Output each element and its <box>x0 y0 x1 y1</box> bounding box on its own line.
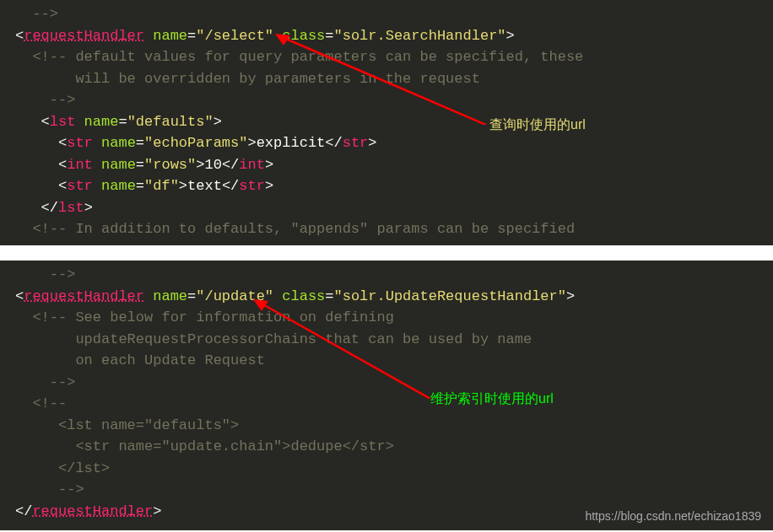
code-line: --> <box>0 264 773 286</box>
code-line: <str name="df">text</str> <box>0 175 773 197</box>
code-line: <requestHandler name="/update" class="so… <box>0 286 773 308</box>
comment-text: --> <box>15 481 84 497</box>
code-line: <lst name="defaults"> <box>0 415 773 437</box>
code-line: will be overridden by parameters in the … <box>0 68 773 90</box>
code-line: <int name="rows">10</int> <box>0 154 773 176</box>
code-line: <!-- default values for query parameters… <box>0 46 773 68</box>
code-line: <str name="update.chain">dedupe</str> <box>0 436 773 458</box>
code-panel-select: --> <requestHandler name="/select" class… <box>0 0 773 245</box>
comment-text: --> <box>15 374 75 390</box>
comment-text: on each Update Request <box>15 352 265 368</box>
comment-text: will be overridden by parameters in the … <box>15 71 480 87</box>
code-line: <!-- In addition to defaults, "appends" … <box>0 218 773 240</box>
code-line: <lst name="defaults"> <box>0 111 773 133</box>
tag-requestHandler: requestHandler <box>24 288 144 304</box>
code-line: <!-- <box>0 393 773 415</box>
attr-class-value: "solr.SearchHandler" <box>334 28 506 44</box>
code-line: updateRequestProcessorChains that can be… <box>0 329 773 351</box>
tag-lst: lst <box>50 114 76 130</box>
comment-text: --> <box>15 92 75 108</box>
comment-text: --> <box>15 6 58 22</box>
code-line: <requestHandler name="/select" class="so… <box>0 25 773 47</box>
code-line: --> <box>0 3 773 25</box>
tag-int: int <box>67 157 93 173</box>
tag-lst-close: lst <box>58 200 84 216</box>
code-line: <str name="echoParams">explicit</str> <box>0 132 773 154</box>
annotation-label: 维护索引时使用的url <box>430 389 554 409</box>
comment-text: <str name="update.chain">dedupe</str> <box>15 438 394 454</box>
comment-text: updateRequestProcessorChains that can be… <box>15 331 532 347</box>
code-line: --> <box>0 479 773 501</box>
attr-name-value: "/update" <box>196 288 273 304</box>
tag-str: str <box>67 178 93 194</box>
comment-text: <!-- See below for information on defini… <box>15 309 394 325</box>
comment-text: <!-- In addition to defaults, "appends" … <box>15 221 575 237</box>
annotation-label: 查询时使用的url <box>489 115 586 135</box>
attr-name-value: "/select" <box>196 28 273 44</box>
code-line: </lst> <box>0 197 773 219</box>
code-panel-update: --> <requestHandler name="/update" class… <box>0 261 773 530</box>
tag-requestHandler: requestHandler <box>24 28 144 44</box>
comment-text: --> <box>15 266 75 282</box>
tag-requestHandler-close: requestHandler <box>32 503 153 519</box>
code-line: --> <box>0 89 773 111</box>
comment-text: <lst name="defaults"> <box>15 417 239 433</box>
comment-text: </lst> <box>15 460 110 476</box>
code-line: on each Update Request <box>0 350 773 372</box>
code-line: </lst> <box>0 458 773 480</box>
attr-class-value: "solr.UpdateRequestHandler" <box>334 288 566 304</box>
code-line: <!-- See below for information on defini… <box>0 307 773 329</box>
watermark-text: https://blog.csdn.net/echizao1839 <box>585 508 761 525</box>
tag-str: str <box>67 135 93 151</box>
code-line: --> <box>0 372 773 394</box>
comment-text: <!-- <box>15 395 67 411</box>
comment-text: <!-- default values for query parameters… <box>15 49 583 65</box>
